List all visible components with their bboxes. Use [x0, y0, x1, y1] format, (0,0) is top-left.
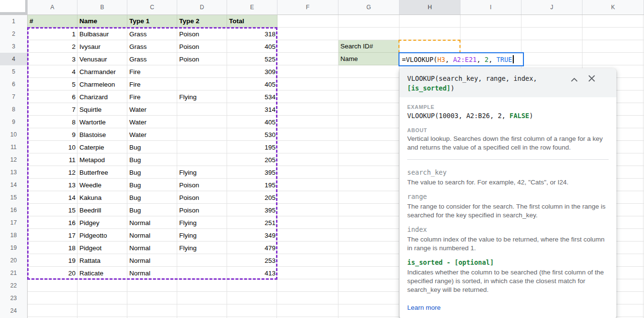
cell-A20[interactable]: 19	[28, 254, 77, 267]
cell-B16[interactable]: Beedrill	[77, 204, 127, 216]
row-header-4[interactable]: 4	[0, 53, 27, 65]
row-header-24[interactable]: 24	[0, 304, 27, 317]
cell-C20[interactable]: Normal	[127, 254, 177, 267]
cell-C19[interactable]: Normal	[127, 242, 177, 254]
cell-E1[interactable]: Total	[227, 15, 277, 28]
cell-A21[interactable]: 20	[28, 267, 77, 279]
cell-C1[interactable]: Type 1	[127, 15, 177, 28]
cell-E11[interactable]: 195	[227, 141, 277, 153]
column-header-C[interactable]: C	[127, 0, 177, 15]
cell-B10[interactable]: Blastoise	[77, 128, 127, 141]
cell-D17[interactable]: Flying	[177, 216, 227, 229]
cell-E16[interactable]: 395	[227, 204, 277, 216]
cell-C17[interactable]: Normal	[127, 216, 177, 229]
cell-A9[interactable]: 8	[28, 116, 77, 128]
cell-A11[interactable]: 10	[28, 141, 77, 153]
cell-B13[interactable]: Butterfree	[77, 166, 127, 179]
cell-B4[interactable]: Venusaur	[77, 53, 127, 65]
cell-D4[interactable]: Poison	[177, 53, 227, 65]
cell-B17[interactable]: Pidgey	[77, 216, 127, 229]
cell-E6[interactable]: 405	[227, 78, 277, 91]
row-header-21[interactable]: 21	[0, 267, 27, 279]
column-header-K[interactable]: K	[583, 0, 644, 15]
row-header-11[interactable]: 11	[0, 141, 27, 153]
cell-A5[interactable]: 4	[28, 65, 77, 78]
row-header-9[interactable]: 9	[0, 116, 27, 128]
cell-C2[interactable]: Grass	[127, 28, 177, 40]
cell-B7[interactable]: Charizard	[77, 91, 127, 103]
row-header-10[interactable]: 10	[0, 128, 27, 141]
row-header-20[interactable]: 20	[0, 254, 27, 267]
row-header-3[interactable]: 3	[0, 40, 27, 53]
cell-A6[interactable]: 5	[28, 78, 77, 91]
cell-E9[interactable]: 405	[227, 116, 277, 128]
cell-B18[interactable]: Pidgeotto	[77, 229, 127, 242]
cell-C14[interactable]: Bug	[127, 179, 177, 191]
cell-D13[interactable]: Flying	[177, 166, 227, 179]
cell-E12[interactable]: 205	[227, 153, 277, 166]
cell-B21[interactable]: Raticate	[77, 267, 127, 279]
cell-C8[interactable]: Water	[127, 103, 177, 116]
cell-D18[interactable]: Flying	[177, 229, 227, 242]
cell-B11[interactable]: Caterpie	[77, 141, 127, 153]
cell-B5[interactable]: Charmander	[77, 65, 127, 78]
cell-B2[interactable]: Bulbasaur	[77, 28, 127, 40]
cell-E17[interactable]: 251	[227, 216, 277, 229]
column-header-G[interactable]: G	[338, 0, 399, 15]
cell-B20[interactable]: Rattata	[77, 254, 127, 267]
cell-C15[interactable]: Bug	[127, 191, 177, 204]
row-header-2[interactable]: 2	[0, 28, 27, 40]
cell-C16[interactable]: Bug	[127, 204, 177, 216]
cell-B19[interactable]: Pidgeot	[77, 242, 127, 254]
cell-A19[interactable]: 18	[28, 242, 77, 254]
cell-C10[interactable]: Water	[127, 128, 177, 141]
cell-C3[interactable]: Grass	[127, 40, 177, 53]
cell-E18[interactable]: 349	[227, 229, 277, 242]
row-header-8[interactable]: 8	[0, 103, 27, 116]
row-header-7[interactable]: 7	[0, 91, 27, 103]
cell-E13[interactable]: 395	[227, 166, 277, 179]
cell-A13[interactable]: 12	[28, 166, 77, 179]
column-header-F[interactable]: F	[277, 0, 338, 15]
column-header-H[interactable]: H	[399, 0, 460, 15]
cell-G4[interactable]: Name	[338, 53, 399, 65]
cell-E14[interactable]: 195	[227, 179, 277, 191]
cell-A18[interactable]: 17	[28, 229, 77, 242]
cell-A4[interactable]: 3	[28, 53, 77, 65]
cell-C11[interactable]: Bug	[127, 141, 177, 153]
collapse-chevron-icon[interactable]	[571, 75, 578, 84]
cell-A1[interactable]: #	[28, 15, 77, 28]
cell-A15[interactable]: 14	[28, 191, 77, 204]
cell-D3[interactable]: Poison	[177, 40, 227, 53]
cell-D7[interactable]: Flying	[177, 91, 227, 103]
cell-C7[interactable]: Fire	[127, 91, 177, 103]
cell-B6[interactable]: Charmeleon	[77, 78, 127, 91]
cell-B1[interactable]: Name	[77, 15, 127, 28]
cell-A3[interactable]: 2	[28, 40, 77, 53]
cell-D1[interactable]: Type 2	[177, 15, 227, 28]
select-all-corner[interactable]	[0, 0, 28, 15]
cell-E8[interactable]: 314	[227, 103, 277, 116]
formula-editor[interactable]: =VLOOKUP(H3, A2:E21, 2, TRUE	[399, 52, 524, 66]
cell-A17[interactable]: 16	[28, 216, 77, 229]
row-header-22[interactable]: 22	[0, 279, 27, 292]
row-header-12[interactable]: 12	[0, 153, 27, 166]
cell-B8[interactable]: Squirtle	[77, 103, 127, 116]
cell-C5[interactable]: Fire	[127, 65, 177, 78]
column-header-E[interactable]: E	[227, 0, 277, 15]
row-header-14[interactable]: 14	[0, 179, 27, 191]
cell-B3[interactable]: Ivysaur	[77, 40, 127, 53]
cell-E5[interactable]: 309	[227, 65, 277, 78]
cell-A7[interactable]: 6	[28, 91, 77, 103]
cell-B14[interactable]: Weedle	[77, 179, 127, 191]
cell-D2[interactable]: Poison	[177, 28, 227, 40]
row-header-6[interactable]: 6	[0, 78, 27, 91]
cell-D15[interactable]: Poison	[177, 191, 227, 204]
row-header-16[interactable]: 16	[0, 204, 27, 216]
cell-E2[interactable]: 318	[227, 28, 277, 40]
cell-D19[interactable]: Flying	[177, 242, 227, 254]
cell-G3[interactable]: Search ID#	[338, 40, 399, 53]
cell-C9[interactable]: Water	[127, 116, 177, 128]
learn-more-link[interactable]: Learn more	[407, 304, 441, 311]
cell-E3[interactable]: 405	[227, 40, 277, 53]
